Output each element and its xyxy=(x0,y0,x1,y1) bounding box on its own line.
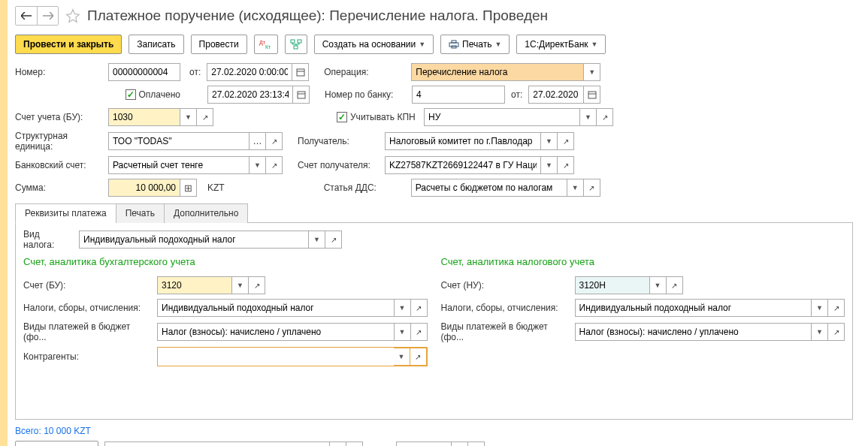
chevron-down-icon: ▼ xyxy=(399,328,406,336)
recipient-field[interactable] xyxy=(385,132,541,150)
post-button[interactable]: Провести xyxy=(191,35,247,54)
account-bu-field[interactable] xyxy=(108,108,180,126)
taxes-nu-dropdown[interactable]: ▼ xyxy=(812,299,828,317)
svg-rect-12 xyxy=(588,92,596,98)
open-icon: ↗ xyxy=(331,236,337,244)
kpn-field[interactable] xyxy=(424,108,580,126)
page-title: Платежное поручение (исходящее): Перечис… xyxy=(87,8,548,24)
recip-acc-dropdown[interactable]: ▼ xyxy=(541,156,558,174)
dds-open[interactable]: ↗ xyxy=(584,179,600,197)
struct-field[interactable] xyxy=(108,132,250,150)
date-field-2[interactable] xyxy=(207,86,293,104)
acc-bu-open[interactable]: ↗ xyxy=(249,276,265,294)
tax-type-open[interactable]: ↗ xyxy=(325,231,342,249)
knp-field[interactable] xyxy=(396,441,452,446)
sum-field[interactable] xyxy=(108,179,180,197)
tab-print[interactable]: Печать xyxy=(116,203,165,223)
paytypes-bu-open[interactable]: ↗ xyxy=(411,323,428,341)
post-and-close-button[interactable]: Провести и закрыть xyxy=(15,35,122,54)
chevron-down-icon: ▼ xyxy=(399,304,406,312)
from2-label: от: xyxy=(511,89,522,100)
bank-acc-field[interactable] xyxy=(108,156,250,174)
counter-dropdown[interactable]: ▼ xyxy=(394,348,410,366)
tab-requisites[interactable]: Реквизиты платежа xyxy=(15,203,116,223)
taxes-bu-dropdown[interactable]: ▼ xyxy=(395,299,411,317)
create-based-button[interactable]: Создать на основании ▼ xyxy=(314,35,434,54)
printer-icon xyxy=(449,40,459,49)
dds-field[interactable] xyxy=(411,179,567,197)
counter-open[interactable]: ↗ xyxy=(410,348,427,366)
bank-num-field[interactable] xyxy=(412,86,505,104)
ellipsis-icon: … xyxy=(253,136,262,146)
taxes-nu-open[interactable]: ↗ xyxy=(828,299,845,317)
fill-ellipsis[interactable]: … xyxy=(346,441,363,446)
forward-button[interactable] xyxy=(37,7,58,25)
chevron-down-icon: ▼ xyxy=(588,68,595,76)
print-label: Печать xyxy=(462,39,491,50)
tax-type-label: Вид налога: xyxy=(23,229,73,250)
recip-acc-open[interactable]: ↗ xyxy=(558,156,574,174)
counter-field[interactable] xyxy=(158,348,394,366)
kpn-checkbox[interactable] xyxy=(337,112,347,122)
paytypes-bu-field[interactable] xyxy=(157,323,395,341)
operation-field[interactable] xyxy=(411,63,584,81)
struct-open[interactable]: ↗ xyxy=(266,132,283,150)
calendar-button-2[interactable] xyxy=(293,86,310,104)
acc-nu-open[interactable]: ↗ xyxy=(667,276,683,294)
account-bu-open[interactable]: ↗ xyxy=(197,108,213,126)
sum-calc[interactable]: ⊞ xyxy=(180,179,197,197)
operation-dropdown[interactable]: ▼ xyxy=(584,63,600,81)
account-bu-dropdown[interactable]: ▼ xyxy=(180,108,197,126)
struct-ellipsis[interactable]: … xyxy=(250,132,266,150)
favorite-star-icon[interactable] xyxy=(65,8,81,24)
tax-type-dropdown[interactable]: ▼ xyxy=(309,231,325,249)
date-field-1[interactable] xyxy=(207,63,292,81)
knp-ellipsis[interactable]: … xyxy=(452,441,468,446)
bank-acc-open[interactable]: ↗ xyxy=(266,156,283,174)
open-icon: ↗ xyxy=(833,328,839,336)
taxes-bu-field[interactable] xyxy=(157,299,395,317)
chevron-down-icon: ▼ xyxy=(585,113,591,121)
paytypes-nu-open[interactable]: ↗ xyxy=(828,323,845,341)
recipient-open[interactable]: ↗ xyxy=(558,132,574,150)
back-button[interactable] xyxy=(16,7,37,25)
acc-bu-field[interactable] xyxy=(157,276,232,294)
tax-type-field[interactable] xyxy=(79,231,309,249)
number-field[interactable] xyxy=(108,63,180,81)
chevron-down-icon: ▼ xyxy=(591,41,598,48)
calendar-icon xyxy=(296,68,305,77)
date-field-3[interactable] xyxy=(528,86,584,104)
fill-button[interactable]: Заполнить >> ▼ xyxy=(15,441,98,446)
acc-nu-dropdown[interactable]: ▼ xyxy=(650,276,667,294)
structure-button[interactable] xyxy=(285,35,307,54)
recip-acc-field[interactable] xyxy=(385,156,541,174)
dds-dropdown[interactable]: ▼ xyxy=(567,179,584,197)
paytypes-nu-dropdown[interactable]: ▼ xyxy=(812,323,828,341)
bank-acc-dropdown[interactable]: ▼ xyxy=(250,156,266,174)
kpn-open[interactable]: ↗ xyxy=(597,108,613,126)
knp-clear[interactable]: × xyxy=(468,441,485,446)
tab-additional[interactable]: Дополнительно xyxy=(164,203,248,223)
acc-nu-field[interactable] xyxy=(575,276,650,294)
calendar-button-3[interactable] xyxy=(584,86,600,104)
dt-kt-button[interactable]: ДтКт xyxy=(254,35,278,54)
kpn-dropdown[interactable]: ▼ xyxy=(580,108,597,126)
fill-value-field[interactable] xyxy=(104,441,330,446)
paid-checkbox[interactable] xyxy=(126,89,136,100)
taxes-bu-open[interactable]: ↗ xyxy=(411,299,428,317)
counter-label: Контрагенты: xyxy=(23,351,151,362)
open-icon: ↗ xyxy=(415,353,421,361)
direct-bank-button[interactable]: 1С:ДиректБанк ▼ xyxy=(516,35,606,54)
acc-bu-dropdown[interactable]: ▼ xyxy=(232,276,249,294)
recipient-dropdown[interactable]: ▼ xyxy=(541,132,558,150)
calendar-button-1[interactable] xyxy=(292,63,309,81)
fill-spinner[interactable] xyxy=(330,441,346,446)
currency-label: KZT xyxy=(207,182,225,193)
direct-bank-label: 1С:ДиректБанк xyxy=(525,39,588,50)
open-icon: ↗ xyxy=(602,113,608,122)
print-button[interactable]: Печать ▼ xyxy=(440,35,510,54)
paytypes-nu-field[interactable] xyxy=(575,323,812,341)
taxes-nu-field[interactable] xyxy=(575,299,812,317)
paytypes-bu-dropdown[interactable]: ▼ xyxy=(395,323,411,341)
save-button[interactable]: Записать xyxy=(129,35,183,54)
